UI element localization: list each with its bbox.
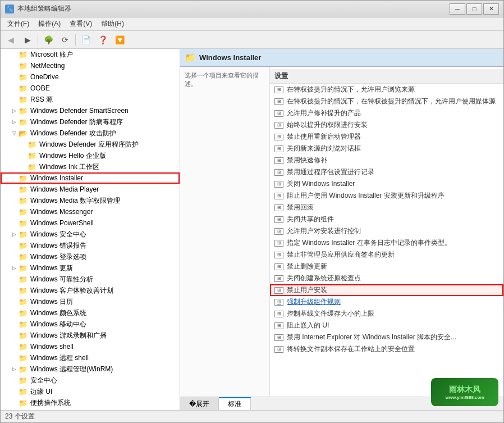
tree-item-defender-antivirus[interactable]: ▷ 📁 Windows Defender 防病毒程序: [1, 116, 180, 128]
folder-icon: 📁: [19, 185, 29, 193]
setting-item-19[interactable]: ⊞ 控制基线文件缓存大小的上限: [270, 308, 503, 320]
tree-item-windows-security-center[interactable]: ▷ 📁 Windows 安全中心: [1, 229, 180, 240]
tree-item-windows-ink[interactable]: 📁 Windows Ink 工作区: [1, 161, 180, 172]
setting-icon: ⊞: [274, 193, 283, 199]
expand-icon: [19, 140, 28, 149]
setting-label: 关闭共享的组件: [287, 215, 334, 224]
setting-item-no-user-install[interactable]: ⊞ 禁止用户安装: [270, 284, 503, 296]
minimize-button[interactable]: ─: [450, 3, 465, 15]
maximize-button[interactable]: □: [466, 3, 482, 15]
setting-item-10[interactable]: ⊞ 禁用回滚: [270, 202, 503, 213]
tree-label: Windows 客户体验改善计划: [30, 286, 113, 295]
setting-item-5[interactable]: ⊞ 关闭新来源的浏览对话框: [270, 143, 503, 154]
tree-item-netmeeting[interactable]: 📁 NetMeeting: [1, 60, 180, 71]
folder-icon: 📁: [19, 354, 29, 362]
forward-button[interactable]: ▶: [20, 33, 35, 47]
tree-item-defender-smartscreen[interactable]: ▷ 📁 Windows Defender SmartScreen: [1, 105, 180, 116]
tree-item-windows-media-player[interactable]: 📁 Windows Media Player: [1, 184, 180, 195]
setting-item-2[interactable]: ⊞ 允许用户修补提升的产品: [270, 107, 503, 119]
folder-icon: 📁: [19, 242, 29, 249]
tree-item-windows-calendar[interactable]: 📁 Windows 日历: [1, 296, 180, 307]
tree-label: OOBE: [30, 84, 50, 92]
setting-item-11[interactable]: ⊞ 关闭共享的组件: [270, 213, 503, 225]
properties-button[interactable]: 📄: [78, 33, 94, 47]
tree-item-windows-ceip[interactable]: 📁 Windows 客户体验改善计划: [1, 285, 180, 296]
tree-item-microsoft-account[interactable]: 📁 Microsoft 账户: [1, 49, 180, 60]
tree-item-windows-remote-mgmt[interactable]: ▷ 📁 Windows 远程管理(WinRM): [1, 363, 180, 375]
tree-item-windows-color[interactable]: 📁 Windows 颜色系统: [1, 307, 180, 319]
setting-item-force-upgrade[interactable]: ⊞ 强制升级组件规则: [270, 296, 503, 308]
setting-icon: ⊞: [274, 346, 283, 353]
tree-item-windows-update[interactable]: ▷ 📁 Windows 更新: [1, 262, 180, 274]
setting-label: 阻止嵌入的 UI: [287, 321, 329, 330]
setting-item-6[interactable]: ⊞ 禁用快速修补: [270, 154, 503, 166]
menu-action[interactable]: 操作(A): [34, 18, 65, 30]
setting-item-12[interactable]: ⊞ 允许用户对安装进行控制: [270, 225, 503, 237]
setting-item-15[interactable]: ⊞ 禁止删除更新: [270, 261, 503, 272]
setting-item-1[interactable]: ⊞ 在特权被提升的情况下，在特权被提升的情况下，允许用户使用媒体源: [270, 95, 503, 107]
setting-item-21[interactable]: ⊞ 禁用 Internet Explorer 对 Windows Install…: [270, 331, 503, 343]
tree-item-windows-game-recording[interactable]: 📁 Windows 游戏录制和广播: [1, 330, 180, 341]
tree-item-windows-messenger[interactable]: 📁 Windows Messenger: [1, 206, 180, 217]
tree-item-windows-error[interactable]: 📁 Windows 错误报告: [1, 240, 180, 251]
setting-item-3[interactable]: ⊞ 始终以提升的权限进行安装: [270, 119, 503, 131]
setting-item-0[interactable]: ⊞ 在特权被提升的情况下，允许用户浏览来源: [270, 84, 503, 95]
setting-item-14[interactable]: ⊞ 禁止非管理员应用供应商签名的更新: [270, 249, 503, 261]
setting-item-22[interactable]: ⊞ 将转换文件副本保存在工作站上的安全位置: [270, 343, 503, 355]
tab-expand[interactable]: �展开: [180, 397, 219, 410]
tab-standard[interactable]: 标准: [219, 397, 251, 410]
tree-item-portable-os[interactable]: 📁 便携操作系统: [1, 397, 180, 408]
tree-item-security-center[interactable]: 📁 安全中心: [1, 375, 180, 386]
tree-item-windows-shell[interactable]: 📁 Windows shell: [1, 341, 180, 352]
expand-icon: ▷: [10, 117, 19, 126]
folder-icon: 📁: [19, 107, 29, 115]
tree-item-windows-mobility[interactable]: 📁 Windows 移动中心: [1, 319, 180, 330]
setting-icon: ⊞: [274, 98, 283, 105]
refresh-button[interactable]: ⟳: [57, 33, 73, 47]
back-button[interactable]: ◀: [3, 33, 19, 47]
setting-item-20[interactable]: ⊞ 阻止嵌入的 UI: [270, 320, 503, 331]
setting-item-16[interactable]: ⊞ 关闭创建系统还原检查点: [270, 272, 503, 284]
help-button[interactable]: ❓: [95, 33, 111, 47]
tree-label: Windows shell: [30, 343, 74, 351]
show-tree-button[interactable]: 🌳: [40, 33, 56, 47]
expand-icon: [10, 185, 19, 194]
tree-item-defender-app-guard[interactable]: 📁 Windows Defender 应用程序防护: [1, 139, 180, 150]
setting-item-4[interactable]: ⊞ 禁止使用重新启动管理器: [270, 131, 503, 143]
menu-view[interactable]: 查看(V): [65, 18, 97, 30]
tree-label: Windows 移动中心: [30, 320, 86, 329]
setting-icon: ⊞: [274, 240, 283, 247]
expand-icon: [10, 308, 19, 317]
expand-icon: [10, 84, 19, 93]
tree-label: Windows 错误报告: [30, 241, 86, 251]
tree-item-oobe[interactable]: 📁 OOBE: [1, 83, 180, 94]
tree-item-windows-powershell[interactable]: 📁 Windows PowerShell: [1, 217, 180, 229]
folder-icon: 📁: [19, 343, 29, 351]
setting-icon: ⊞: [274, 275, 283, 282]
tree-item-windows-reliability[interactable]: 📁 Windows 可靠性分析: [1, 274, 180, 285]
folder-icon: 📁: [19, 230, 29, 238]
menu-file[interactable]: 文件(F): [3, 18, 34, 30]
setting-item-9[interactable]: ⊞ 阻止用户使用 Windows Installer 安装更新和升级程序: [270, 190, 503, 202]
filter-button[interactable]: 🔽: [112, 33, 127, 47]
tree-item-windows-login[interactable]: 📁 Windows 登录选项: [1, 251, 180, 262]
tree-item-rss[interactable]: 📁 RSS 源: [1, 94, 180, 105]
toolbar: ◀ ▶ 🌳 ⟳ 📄 ❓ 🔽: [1, 31, 503, 49]
tree-item-windows-hello[interactable]: 📁 Windows Hello 企业版: [1, 150, 180, 161]
setting-item-13[interactable]: ⊞ 指定 Windows Installer 在事务日志中记录的事件类型。: [270, 237, 503, 249]
tree-item-onedrive[interactable]: 📁 OneDrive: [1, 71, 180, 83]
menu-help[interactable]: 帮助(H): [97, 18, 129, 30]
tree-item-windows-media-drm[interactable]: 📁 Windows Media 数字权限管理: [1, 195, 180, 206]
expand-icon: ▷: [10, 263, 19, 272]
setting-item-8[interactable]: ⊞ 关闭 Windows Installer: [270, 178, 503, 190]
setting-icon: ⊞: [274, 311, 283, 317]
folder-icon: 📁: [28, 152, 38, 160]
tree-item-windows-installer[interactable]: 📁 Windows Installer: [1, 172, 180, 184]
tree-item-edge-ui[interactable]: 📁 边缘 UI: [1, 386, 180, 397]
close-button[interactable]: ✕: [483, 3, 499, 15]
setting-item-7[interactable]: ⊞ 禁用通过程序包设置进行记录: [270, 166, 503, 178]
expand-icon: [10, 252, 19, 261]
tree-item-windows-remote-shell[interactable]: 📁 Windows 远程 shell: [1, 352, 180, 363]
tree-item-defender-attack[interactable]: ▽ 📂 Windows Defender 攻击防护: [1, 128, 180, 139]
right-panel: 📁 Windows Installer 选择一个项目来查看它的描述。 设置 ⊞ …: [180, 49, 503, 410]
